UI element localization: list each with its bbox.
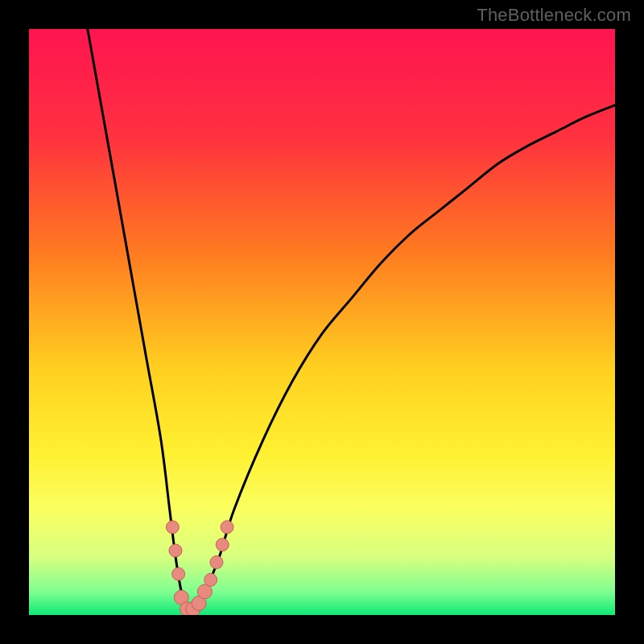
data-marker: [172, 568, 185, 580]
curve-layer: [29, 29, 615, 615]
plot-area: [29, 29, 615, 615]
data-marker: [169, 544, 182, 557]
data-marker: [204, 573, 217, 586]
data-markers: [166, 521, 233, 615]
data-marker: [166, 521, 179, 534]
watermark-text: TheBottleneck.com: [477, 5, 631, 26]
data-marker: [210, 555, 223, 568]
data-marker: [216, 539, 229, 551]
chart-frame: TheBottleneck.com: [0, 0, 644, 644]
data-marker: [221, 521, 233, 534]
